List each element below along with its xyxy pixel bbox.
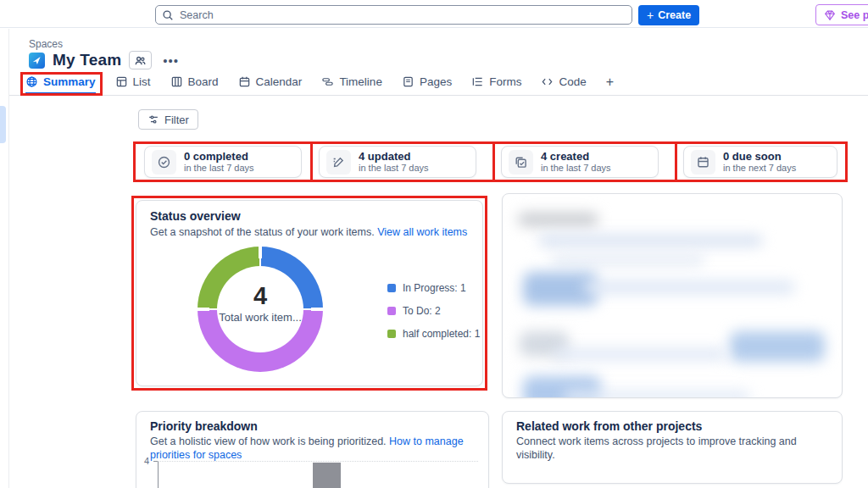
priority-bar[interactable] xyxy=(313,463,341,488)
stat-title: 4 created xyxy=(541,150,611,163)
stat-subtitle: in the next 7 days xyxy=(723,163,796,174)
created-check-icon xyxy=(514,155,528,169)
board-columns-icon xyxy=(170,75,183,88)
see-plans-button[interactable]: See pla xyxy=(815,4,868,25)
create-button[interactable]: + Create xyxy=(638,5,699,25)
sidebar-divider xyxy=(8,29,9,488)
related-work-card: Related work from other projects Connect… xyxy=(502,411,843,484)
legend-item-in-progress[interactable]: In Progress: 1 xyxy=(387,282,480,294)
calendar-icon xyxy=(238,75,251,88)
legend-item-to-do[interactable]: To Do: 2 xyxy=(387,305,480,317)
y-axis-tick-label: 4 xyxy=(144,456,149,466)
tab-summary[interactable]: Summary xyxy=(25,75,96,94)
blurred-content xyxy=(564,391,750,398)
status-overview-description: Get a snapshot of the status of your wor… xyxy=(150,226,375,238)
legend-label: half completed: 1 xyxy=(403,328,480,340)
status-donut-chart[interactable]: 4 Total work item... xyxy=(198,247,323,372)
view-tabs: Summary List Board Calendar Timeline Pag… xyxy=(25,75,614,94)
stat-card-due-soon[interactable]: 0 due soon in the next 7 days xyxy=(683,146,837,178)
stat-subtitle: in the last 7 days xyxy=(184,163,254,174)
stat-card-completed[interactable]: 0 completed in the last 7 days xyxy=(144,146,302,178)
tab-summary-label: Summary xyxy=(43,75,96,88)
status-overview-card: Status overview Get a snapshot of the st… xyxy=(136,200,483,386)
create-button-label: Create xyxy=(658,9,691,21)
blurred-content xyxy=(583,280,795,294)
stat-card-created[interactable]: 4 created in the last 7 days xyxy=(501,146,659,178)
stat-card-updated[interactable]: 4 updated in the last 7 days xyxy=(319,146,476,178)
stat-subtitle: in the last 7 days xyxy=(541,163,611,174)
priority-breakdown-title: Priority breakdown xyxy=(150,419,258,433)
priority-breakdown-card: Priority breakdown Get a holistic view o… xyxy=(136,411,489,488)
top-navigation-bar: + Create See pla xyxy=(0,0,868,28)
tab-forms[interactable]: Forms xyxy=(471,75,521,94)
stats-row: 0 completed in the last 7 days 4 updated… xyxy=(133,141,848,182)
check-circle-icon xyxy=(157,155,171,169)
calendar-icon xyxy=(696,155,710,169)
table-icon xyxy=(115,75,128,88)
annotation-divider xyxy=(675,141,677,182)
tab-pages-label: Pages xyxy=(420,75,452,88)
search-icon xyxy=(162,9,174,21)
blurred-content xyxy=(552,255,704,265)
filter-label: Filter xyxy=(164,114,189,126)
code-icon xyxy=(541,75,554,88)
filter-icon xyxy=(147,114,159,125)
status-overview-title: Status overview xyxy=(150,209,241,223)
people-icon xyxy=(134,54,147,67)
form-lines-icon xyxy=(471,75,484,88)
blurred-content xyxy=(518,213,598,226)
space-avatar xyxy=(29,53,45,69)
legend-label: To Do: 2 xyxy=(403,305,441,317)
legend-swatch-purple xyxy=(387,307,396,315)
tab-pages[interactable]: Pages xyxy=(402,75,452,94)
tab-code-label: Code xyxy=(559,75,586,88)
donut-total-label: Total work item... xyxy=(198,311,323,324)
tab-calendar[interactable]: Calendar xyxy=(238,75,303,94)
stat-subtitle: in the last 7 days xyxy=(359,163,429,174)
blurred-card xyxy=(502,193,843,398)
see-plans-label: See pla xyxy=(841,9,868,21)
gridline-4 xyxy=(158,461,478,462)
tab-code[interactable]: Code xyxy=(541,75,586,94)
tab-calendar-label: Calendar xyxy=(256,75,303,88)
breadcrumb[interactable]: Spaces xyxy=(29,38,63,50)
annotation-divider xyxy=(310,141,313,182)
app-window: + Create See pla Spaces My Team ••• Summ… xyxy=(0,0,868,488)
globe-icon xyxy=(25,75,38,88)
more-actions-button[interactable]: ••• xyxy=(159,53,182,68)
legend-swatch-green xyxy=(387,330,396,338)
donut-total-value: 4 xyxy=(198,282,323,310)
blurred-content xyxy=(730,331,825,362)
tab-list[interactable]: List xyxy=(115,75,151,94)
legend-item-half-completed[interactable]: half completed: 1 xyxy=(387,328,480,340)
related-work-title: Related work from other projects xyxy=(516,419,702,433)
priority-breakdown-description: Get a holistic view of how work is being… xyxy=(150,435,387,447)
tab-board-label: Board xyxy=(188,75,219,88)
pencil-icon xyxy=(331,155,346,169)
stat-title: 4 updated xyxy=(359,150,429,163)
blurred-content xyxy=(538,235,763,247)
donut-legend: In Progress: 1 To Do: 2 half completed: … xyxy=(387,282,480,351)
stat-title: 0 due soon xyxy=(723,150,796,163)
tab-timeline[interactable]: Timeline xyxy=(321,75,382,94)
tab-board[interactable]: Board xyxy=(170,75,219,94)
view-all-work-items-link[interactable]: View all work items xyxy=(377,226,467,238)
page-icon xyxy=(402,75,415,88)
legend-swatch-blue xyxy=(387,284,396,292)
tabs-divider xyxy=(9,95,868,96)
y-axis-line xyxy=(158,461,159,488)
tab-add[interactable]: + xyxy=(606,75,614,94)
tab-timeline-label: Timeline xyxy=(339,75,382,88)
legend-label: In Progress: 1 xyxy=(403,282,466,294)
related-work-description: Connect work items across projects to im… xyxy=(516,435,830,462)
tab-list-label: List xyxy=(133,75,151,88)
plus-icon: + xyxy=(606,75,614,90)
tab-forms-label: Forms xyxy=(489,75,521,88)
filter-button[interactable]: Filter xyxy=(138,109,198,130)
members-button[interactable] xyxy=(129,51,152,69)
rocket-icon xyxy=(31,55,42,66)
search-input[interactable] xyxy=(155,5,632,25)
sidebar-collapsed-indicator[interactable] xyxy=(0,106,6,143)
timeline-bars-icon xyxy=(321,75,334,88)
stat-title: 0 completed xyxy=(184,150,254,163)
